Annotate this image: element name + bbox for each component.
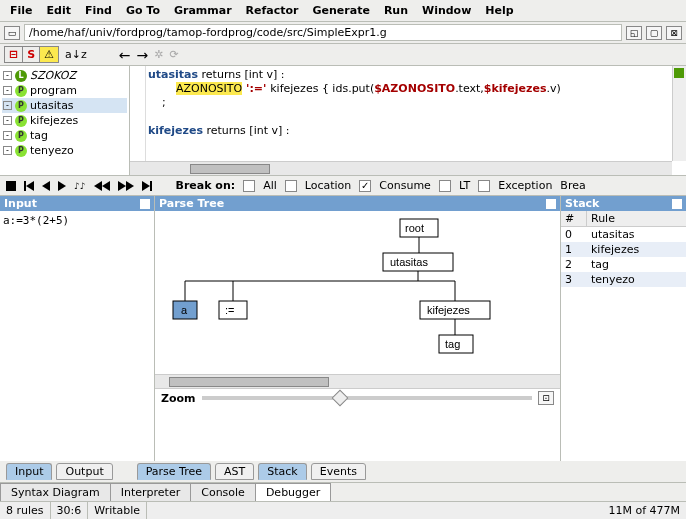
detach-icon[interactable] — [546, 199, 556, 209]
tree-label: program — [30, 84, 77, 97]
detach-icon[interactable] — [672, 199, 682, 209]
editor-hscroll[interactable] — [130, 161, 672, 175]
cb-location[interactable] — [285, 180, 297, 192]
scroll-thumb[interactable] — [169, 377, 329, 387]
lbl-lt: LT — [459, 179, 470, 192]
zoom-fit-icon[interactable]: ⊡ — [538, 391, 554, 405]
fast-back-icon[interactable] — [94, 181, 110, 191]
menu-file[interactable]: File — [4, 2, 39, 19]
step-back-icon[interactable] — [42, 181, 50, 191]
lbl-all: All — [263, 179, 277, 192]
menu-goto[interactable]: Go To — [120, 2, 166, 19]
file-path: /home/haf/univ/fordprog/tamop-fordprog/c… — [24, 24, 622, 41]
tree-item-szokoz[interactable]: -LSZOKOZ — [2, 68, 127, 83]
stop-icon[interactable] — [6, 181, 16, 191]
fast-fwd-icon[interactable] — [118, 181, 134, 191]
menu-window[interactable]: Window — [416, 2, 477, 19]
tree-item-program[interactable]: -Pprogram — [2, 83, 127, 98]
lbl-consume: Consume — [379, 179, 431, 192]
input-text[interactable]: a:=3*(2+5) — [0, 211, 154, 230]
tool-group-1: ⊟ S ⚠ — [4, 46, 59, 63]
detach-icon[interactable] — [140, 199, 150, 209]
menu-refactor[interactable]: Refactor — [240, 2, 305, 19]
tab-stack[interactable]: Stack — [258, 463, 306, 480]
parser-badge-icon: P — [15, 145, 27, 157]
cb-all[interactable] — [243, 180, 255, 192]
rule-tree: -LSZOKOZ -Pprogram -Putasitas -Pkifejeze… — [0, 66, 130, 175]
collapse-icon[interactable]: - — [3, 116, 12, 125]
menu-grammar[interactable]: Grammar — [168, 2, 238, 19]
stack-row[interactable]: 0utasitas — [561, 227, 686, 242]
scroll-thumb[interactable] — [190, 164, 270, 174]
tree-item-kifejezes[interactable]: -Pkifejezes — [2, 113, 127, 128]
code-content: utasitas returns [int v] : AZONOSITO ':=… — [148, 68, 668, 138]
cb-lt[interactable] — [439, 180, 451, 192]
btab-console[interactable]: Console — [190, 483, 256, 501]
collapse-icon[interactable]: - — [3, 131, 12, 140]
menu-run[interactable]: Run — [378, 2, 414, 19]
btab-syntax[interactable]: Syntax Diagram — [0, 483, 111, 501]
svg-text:utasitas: utasitas — [390, 256, 428, 268]
debug-controls: ♪♪ Break on: All Location Consume LT Exc… — [0, 176, 686, 196]
tree-label: utasitas — [30, 99, 74, 112]
sort-icon[interactable]: a↓z — [65, 48, 87, 61]
tab-output[interactable]: Output — [56, 463, 112, 480]
lbl-break-cut: Brea — [560, 179, 585, 192]
stack-row[interactable]: 3tenyezo — [561, 272, 686, 287]
collapse-icon[interactable]: - — [3, 146, 12, 155]
collapse-icon[interactable]: - — [3, 71, 12, 80]
tree-item-utasitas[interactable]: -Putasitas — [2, 98, 127, 113]
tab-input[interactable]: Input — [6, 463, 52, 480]
collapse-icon[interactable]: - — [3, 101, 12, 110]
bottom-tabs: Syntax Diagram Interpreter Console Debug… — [0, 482, 686, 501]
tree-item-tenyezo[interactable]: -Ptenyezo — [2, 143, 127, 158]
menu-edit[interactable]: Edit — [41, 2, 77, 19]
lock-icon[interactable]: ⊟ — [5, 47, 23, 62]
cb-exception[interactable] — [478, 180, 490, 192]
warn-icon[interactable]: ⚠ — [40, 47, 58, 62]
lbl-exception: Exception — [498, 179, 552, 192]
btab-interpreter[interactable]: Interpreter — [110, 483, 191, 501]
step-last-icon[interactable] — [142, 181, 152, 191]
collapse-icon[interactable]: - — [3, 86, 12, 95]
tab-events[interactable]: Events — [311, 463, 366, 480]
tree-item-tag[interactable]: -Ptag — [2, 128, 127, 143]
stack-body: #Rule 0utasitas 1kifejezes 2tag 3tenyezo — [561, 211, 686, 461]
stack-row[interactable]: 1kifejezes — [561, 242, 686, 257]
parse-header: Parse Tree — [155, 196, 560, 211]
step-first-icon[interactable] — [24, 181, 34, 191]
overview-ruler[interactable] — [672, 66, 686, 161]
cb-consume[interactable] — [359, 180, 371, 192]
tab-parsetree[interactable]: Parse Tree — [137, 463, 211, 480]
menu-generate[interactable]: Generate — [307, 2, 376, 19]
goto-icon[interactable]: ♪♪ — [74, 181, 86, 191]
btab-debugger[interactable]: Debugger — [255, 483, 331, 501]
code-editor[interactable]: utasitas returns [int v] : AZONOSITO ':=… — [130, 66, 686, 175]
close-icon[interactable]: ⊠ — [666, 26, 682, 40]
step-fwd-icon[interactable] — [58, 181, 66, 191]
s-icon[interactable]: S — [23, 47, 40, 62]
nav-fwd-icon[interactable]: → — [137, 47, 149, 63]
svg-text:root: root — [405, 222, 424, 234]
menubar: File Edit Find Go To Grammar Refactor Ge… — [0, 0, 686, 22]
menu-find[interactable]: Find — [79, 2, 118, 19]
stack-row[interactable]: 2tag — [561, 257, 686, 272]
zoom-slider[interactable] — [202, 396, 532, 400]
tree-label: tenyezo — [30, 144, 74, 157]
parse-tree-svg: root utasitas a := kifejezes tag — [155, 211, 560, 371]
tab-ast[interactable]: AST — [215, 463, 254, 480]
menu-help[interactable]: Help — [479, 2, 519, 19]
svg-text:tag: tag — [445, 338, 460, 350]
maximize-icon[interactable]: ▢ — [646, 26, 662, 40]
parser-badge-icon: P — [15, 115, 27, 127]
nav-back-icon[interactable]: ← — [119, 47, 131, 63]
parse-body[interactable]: root utasitas a := kifejezes tag Zoom ⊡ — [155, 211, 560, 461]
zoom-label: Zoom — [161, 392, 196, 405]
svg-text::=: := — [225, 304, 234, 316]
restore-icon[interactable]: ◱ — [626, 26, 642, 40]
svg-text:kifejezes: kifejezes — [427, 304, 470, 316]
slider-thumb[interactable] — [331, 390, 348, 407]
gutter — [130, 66, 146, 161]
parse-hscroll[interactable] — [155, 374, 560, 388]
status-bar: 8 rules 30:6 Writable 11M of 477M — [0, 501, 686, 519]
